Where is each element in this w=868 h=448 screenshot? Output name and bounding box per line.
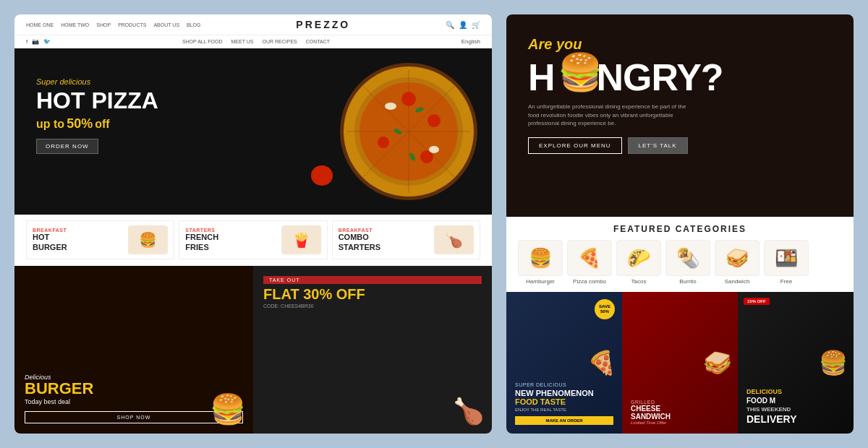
- svg-point-7: [401, 92, 416, 106]
- feat-cat-label-3: Burrito: [679, 278, 697, 285]
- takeout-title: FLAT 30% OFF: [263, 287, 482, 301]
- feat-cat-label-2: Tacos: [631, 278, 647, 285]
- nav-contact[interactable]: CONTACT: [306, 39, 330, 44]
- promo-row: SAVE50% 🍕 Super Delicious NEW PHENOMENON…: [506, 292, 854, 434]
- promo-title-1-line1: NEW PHENOMENON: [515, 389, 594, 397]
- hungry-title: H 🍔 NGRY?: [528, 53, 723, 95]
- feat-cat-label-5: Free: [780, 278, 792, 285]
- hero-offer-percent: 50%: [67, 116, 93, 131]
- category-combo-starters[interactable]: BREAKFAST COMBOSTARTERS 🍗: [332, 220, 480, 259]
- feat-cat-label-4: Sandwich: [725, 278, 750, 285]
- burger-banner: Delicious BURGER Today best deal SHOP NO…: [14, 266, 253, 434]
- hero-subtitle: Super delicious: [36, 77, 158, 86]
- takeout-banner: TAKE OUT FLAT 30% OFF CODE: CHEES4BR30 🍗: [253, 266, 492, 434]
- feat-cat-img-4: 🥪: [715, 240, 760, 276]
- brand-name: PREZZO: [296, 19, 350, 30]
- nav-meet-us[interactable]: MEET US: [231, 39, 254, 44]
- feat-cat-tacos[interactable]: 🌮 Tacos: [616, 240, 661, 285]
- nav-link-shop[interactable]: SHOP: [96, 22, 111, 27]
- promo-desc-1: ENJOY THE REAL TASTE: [515, 408, 613, 412]
- explore-menu-button[interactable]: EXPLORE OUR MENU: [528, 137, 622, 154]
- facebook-icon[interactable]: f: [26, 38, 27, 45]
- promo-title-2: CHEESE SANDWICH: [631, 405, 729, 421]
- nav-social: f 📷 🐦: [26, 38, 51, 45]
- cat-name-0: HOTBURGER: [33, 233, 67, 251]
- banner-row: Delicious BURGER Today best deal SHOP NO…: [14, 266, 492, 434]
- feat-cat-img-5: 🍱: [764, 240, 809, 276]
- nav-link-products[interactable]: PRODUCTS: [118, 22, 146, 27]
- promo-limited: Limited Time Offer: [631, 421, 729, 425]
- promo-delivery: DELIVERY: [746, 413, 845, 425]
- user-icon[interactable]: 👤: [459, 21, 467, 29]
- hero-content: Super delicious HOT PIZZA up to 50% off …: [36, 77, 158, 154]
- svg-point-12: [429, 146, 439, 153]
- feat-cat-hamburger[interactable]: 🍔 Hamburger: [518, 240, 563, 285]
- svg-point-8: [427, 114, 441, 127]
- nav-link-blog[interactable]: BLOG: [187, 22, 200, 27]
- feat-cat-free[interactable]: 🍱 Free: [764, 240, 809, 285]
- svg-point-11: [385, 103, 396, 110]
- nav-icons: 🔍 👤 🛒: [446, 21, 480, 29]
- promo-title-3: FOOD M THIS WEEKEND: [746, 397, 845, 413]
- category-cards: BREAKFAST HOTBURGER 🍔 STARTERS FRENCHFRI…: [14, 215, 492, 266]
- hero-offer: up to 50% off: [36, 116, 158, 132]
- burger-banner-image: 🍔: [210, 392, 246, 426]
- promo-title-2-line1: CHEESE: [631, 405, 660, 413]
- feat-cat-pizza[interactable]: 🍕 Pizza combo: [567, 240, 612, 285]
- featured-categories: 🍔 Hamburger 🍕 Pizza combo 🌮 Tacos 🌯 Burr…: [518, 240, 842, 285]
- nav-link-about[interactable]: ABOUT US: [153, 22, 179, 27]
- feat-cat-img-1: 🍕: [567, 240, 612, 276]
- lets-talk-button[interactable]: LET'S TALK: [628, 137, 688, 154]
- order-now-button[interactable]: ORDER NOW: [36, 139, 98, 154]
- promo-card3-subtitle: Delicious: [746, 388, 845, 395]
- feat-cat-label-0: Hamburger: [526, 278, 555, 285]
- feat-cat-sandwich[interactable]: 🥪 Sandwich: [715, 240, 760, 285]
- twitter-icon[interactable]: 🐦: [43, 38, 51, 45]
- takeout-code: CODE: CHEES4BR30: [263, 303, 482, 309]
- left-panel: HOME ONE HOME TWO SHOP PRODUCTS ABOUT US…: [14, 14, 492, 434]
- takeout-tag: TAKE OUT: [263, 276, 482, 284]
- make-order-button[interactable]: MAKE AN ORDER: [515, 416, 613, 425]
- nav-link-home2[interactable]: HOME TWO: [61, 22, 89, 27]
- hero-banner: Super delicious HOT PIZZA up to 50% off …: [14, 48, 492, 215]
- instagram-icon[interactable]: 📷: [32, 38, 39, 45]
- nav-recipes[interactable]: OUR RECIPES: [263, 39, 297, 44]
- promo-title-1-line2: FOOD TASTE: [515, 397, 566, 406]
- takeout-title-white: FLAT: [263, 286, 303, 302]
- takeout-title-end: OFF: [332, 286, 365, 302]
- feat-cat-img-0: 🍔: [518, 240, 563, 276]
- takeout-title-yellow: 30%: [303, 286, 332, 302]
- search-icon[interactable]: 🔍: [446, 21, 454, 29]
- hungry-hero: Are you H 🍔 NGRY? An unforgettable profe…: [506, 14, 854, 217]
- promo-subtitle-1: Super Delicious: [515, 382, 613, 387]
- hero-offer-suffix: off: [95, 118, 109, 130]
- secondary-links: SHOP ALL FOOD MEET US OUR RECIPES CONTAC…: [182, 39, 330, 44]
- category-hot-burger[interactable]: BREAKFAST HOTBURGER 🍔: [26, 220, 174, 259]
- promo-title-1: NEW PHENOMENON FOOD TASTE: [515, 389, 613, 406]
- hero-offer-prefix: up to: [36, 118, 64, 130]
- promo-title-2-line2: SANDWICH: [631, 413, 671, 421]
- cat-name-1: FRENCHFRIES: [185, 233, 218, 251]
- right-panel: Are you H 🍔 NGRY? An unforgettable profe…: [506, 14, 854, 434]
- nav-top-links: HOME ONE HOME TWO SHOP PRODUCTS ABOUT US…: [26, 22, 201, 27]
- promo-title-3-line1: FOOD M: [746, 397, 775, 405]
- hero-title: HOT PIZZA: [36, 89, 158, 112]
- promo-food-3: 🍔: [819, 349, 848, 376]
- category-french-fries[interactable]: STARTERS FRENCHFRIES 🍟: [179, 220, 327, 259]
- nav-top: HOME ONE HOME TWO SHOP PRODUCTS ABOUT US…: [14, 14, 492, 35]
- feat-cat-burrito[interactable]: 🌯 Burrito: [665, 240, 710, 285]
- cart-icon[interactable]: 🛒: [472, 21, 480, 29]
- language-selector[interactable]: English: [461, 38, 480, 45]
- promo-off-badge: 15% OFF: [744, 298, 770, 305]
- hungry-desc: An unforgettable professional dining exp…: [528, 103, 687, 127]
- promo-food-2: 🥪: [703, 349, 732, 376]
- nav-link-home1[interactable]: HOME ONE: [26, 22, 54, 27]
- promo-card-1: SAVE50% 🍕 Super Delicious NEW PHENOMENON…: [506, 292, 622, 434]
- promo-card-3: 15% OFF 🍔 Delicious FOOD M THIS WEEKEND …: [738, 292, 854, 434]
- hungry-content: Are you H 🍔 NGRY? An unforgettable profe…: [528, 36, 723, 154]
- feat-cat-img-3: 🌯: [665, 240, 710, 276]
- nav-shop-all[interactable]: SHOP ALL FOOD: [182, 39, 223, 44]
- cat-img-0: 🍔: [128, 225, 168, 254]
- hungry-buttons: EXPLORE OUR MENU LET'S TALK: [528, 137, 723, 154]
- tomato-decoration: [311, 165, 333, 186]
